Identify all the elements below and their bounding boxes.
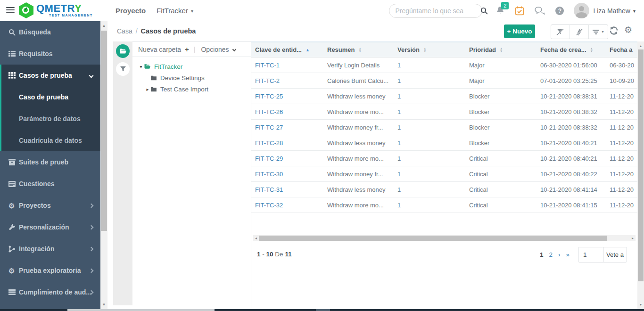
chat-icon[interactable] [535,7,545,15]
next-page-icon[interactable]: › [558,251,561,258]
sidebar-item-cuadricula-de-datos[interactable]: Cuadrícula de datos [0,130,100,151]
test-case-link[interactable]: FIT-TC-32 [251,202,323,209]
clear-filter-icon[interactable] [551,25,570,39]
sidebar-item-personalizacion[interactable]: Personalización [0,216,100,238]
scroll-down-icon[interactable]: ▼ [637,301,644,308]
wrench-icon [8,224,19,231]
pagination-controls: 1 2 › » Vete a [537,247,627,262]
user-avatar[interactable] [574,3,589,18]
add-folder-icon[interactable]: + [185,45,189,53]
sort-icon: ▲▼ [500,47,503,52]
top-bar: QMETRY TEST MANAGEMENT Proyecto FitTrack… [0,0,644,21]
content-vertical-scrollbar: ▲ ▼ [637,41,644,309]
table-row[interactable]: FIT-TC-32Withdraw more mo...1Critical10-… [251,197,637,213]
notification-count-badge: 2 [501,2,509,9]
filter-lines-icon[interactable]: ▾ [589,25,608,39]
sort-icon: ▲▼ [423,47,426,52]
column-header-clave[interactable]: Clave de entid...▲ [251,42,323,57]
refresh-icon[interactable] [609,26,619,35]
test-case-link[interactable]: FIT-TC-29 [251,155,323,162]
table-row[interactable]: FIT-TC-27Withdraw money fr...1Blocker10-… [251,120,637,135]
notifications-bell-icon[interactable]: 2 [496,6,504,15]
hamburger-menu-icon[interactable] [6,7,15,14]
sidebar-item-suites-de-prueba[interactable]: Suites de prueb [0,151,100,173]
sidebar-item-caso-de-prueba[interactable]: Caso de prueba [0,86,100,108]
chevron-down-icon: ▾ [191,8,193,14]
column-header-resumen[interactable]: Resumen▲▼ [323,42,394,57]
table-row[interactable]: FIT-TC-30Withdraw money fr...1Critical10… [251,166,637,182]
sidebar-item-parametro-de-datos[interactable]: Parámetro de datos [0,108,100,130]
caret-down-icon[interactable]: ▾ [138,64,144,69]
horizontal-scrollbar-thumb[interactable] [259,236,607,241]
column-header-version[interactable]: Versión▲▼ [394,42,465,57]
sidebar-item-cuestiones[interactable]: Cuestiones [0,173,100,195]
test-case-link[interactable]: FIT-TC-28 [251,139,323,147]
test-case-link[interactable]: FIT-TC-31 [251,186,323,193]
search-input[interactable] [395,7,480,15]
column-header-prioridad[interactable]: Prioridad▲▼ [465,42,537,57]
test-case-link[interactable]: FIT-TC-30 [251,171,323,178]
user-menu[interactable]: Liza Mathew▾ [593,7,636,15]
tree-node-test-case-import[interactable]: ▸ Test Case Import [132,83,251,95]
last-page-icon[interactable]: » [566,251,570,258]
test-case-link[interactable]: FIT-TC-25 [251,93,323,100]
sort-asc-icon: ▲ [305,48,310,52]
sidebar-scrollbar-thumb[interactable] [101,31,107,231]
settings-gear-icon[interactable]: ⚙ [624,25,632,35]
sidebar-item-proyectos[interactable]: ⚙ Proyectos [0,195,100,216]
sidebar-item-busqueda[interactable]: Búsqueda [0,21,100,43]
flash-off-icon[interactable] [570,25,589,39]
breadcrumb-home[interactable]: Casa [117,27,132,35]
table-row[interactable]: FIT-TC-31Withdraw less money1Critical10-… [251,182,637,197]
options-dropdown[interactable]: Opciones [201,46,229,53]
goto-page-button[interactable]: Vete a [603,247,627,262]
table-row[interactable]: FIT-TC-29Withdraw more mo...1Critical10-… [251,151,637,166]
caret-right-icon[interactable]: ▸ [145,87,150,92]
sidebar-item-requisitos[interactable]: Requisitos [0,43,100,65]
chevron-right-icon [89,225,94,229]
table-row[interactable]: FIT-TC-2Calories Burnt Calcu...1Major07-… [251,73,637,89]
page-1-current[interactable]: 1 [540,251,544,258]
sidebar-item-cumplimiento[interactable]: Cumplimiento de aud... [0,281,100,303]
stacked-bars-icon [8,289,19,295]
page-2-link[interactable]: 2 [549,251,553,258]
test-case-link[interactable]: FIT-TC-27 [251,124,323,131]
scroll-up-icon[interactable]: ▲ [100,22,107,29]
tree-header: Nueva carpeta + | Opciones [132,41,251,57]
sidebar-item-casos-de-prueba[interactable]: Casos de prueba [0,65,100,86]
scroll-up-icon[interactable]: ▲ [637,42,644,49]
table-row[interactable]: FIT-TC-26Withdraw more mo...1Blocker10-2… [251,104,637,120]
list-icon [8,50,19,57]
filter-view-button[interactable] [116,62,130,76]
logo-tagline: TEST MANAGEMENT [49,14,93,17]
search-icon[interactable] [480,7,488,15]
new-folder-button[interactable]: Nueva carpeta [138,46,181,53]
table-row[interactable]: FIT-TC-25Withdraw less money1Blocker10-2… [251,89,637,104]
table-row[interactable]: FIT-TC-28Withdraw less money1Blocker10-2… [251,135,637,151]
column-header-fecha-a[interactable]: Fecha a [606,42,637,57]
test-case-link[interactable]: FIT-TC-26 [251,108,323,115]
folder-view-button[interactable] [116,44,130,58]
goto-page-input[interactable] [578,247,603,262]
new-button[interactable]: + Nuevo [504,25,535,38]
column-header-fecha-creacion[interactable]: Fecha de crea...▲▼ [537,42,606,57]
scroll-down-icon[interactable]: ▼ [100,301,107,308]
tree-node-device-settings[interactable]: Device Settings [132,72,251,83]
test-case-link[interactable]: FIT-TC-2 [251,77,323,84]
scroll-right-icon[interactable]: ▸ [630,236,636,240]
calendar-icon[interactable] [515,6,524,16]
table-row[interactable]: FIT-TC-1Verify Login Details1Major06-30-… [251,57,637,73]
chevron-right-icon [89,246,94,251]
chevron-down-icon [232,47,236,51]
sidebar-item-integracion[interactable]: Integración [0,238,100,260]
tree-node-root[interactable]: ▾ FitTracker [132,61,251,72]
help-icon[interactable]: ? [555,7,564,15]
vertical-scrollbar-thumb[interactable] [638,49,644,281]
tree-body: ▾ FitTracker Device Settings ▸ Test Case… [132,57,251,95]
sidebar-active-section: Casos de prueba Caso de prueba Parámetro… [0,65,100,151]
test-case-link[interactable]: FIT-TC-1 [251,62,323,69]
logo-wordmark: QMETRY [36,3,93,14]
project-selector[interactable]: FitTracker▾ [157,7,193,15]
scroll-left-icon[interactable]: ◂ [253,236,259,240]
sidebar-item-prueba-exploratoria[interactable]: ⚙ Prueba exploratoria [0,260,100,281]
